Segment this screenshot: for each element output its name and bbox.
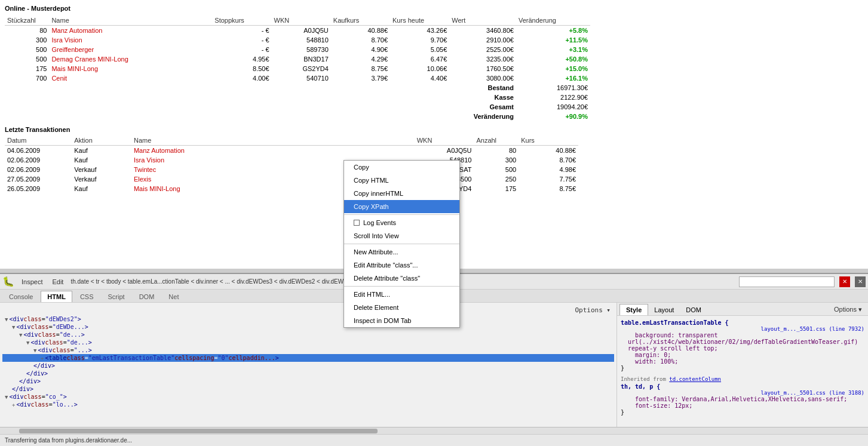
col-wert: Wert xyxy=(449,16,516,26)
summary-row: Bestand 16971.30€ xyxy=(5,83,590,93)
trans-datum: 04.06.2009 xyxy=(5,146,72,156)
table-row: 500 Demag Cranes MINI-Long 4.95€ BN3D17 … xyxy=(5,54,590,64)
menu-separator xyxy=(344,244,459,244)
summary-label: Bestand xyxy=(449,83,516,93)
trans-link[interactable]: Manz Automation xyxy=(134,147,185,154)
cell-name: Greiffenberger xyxy=(49,45,212,54)
stock-link[interactable]: Demag Cranes MINI-Long xyxy=(51,56,128,63)
cell-veraenderung: +16.1% xyxy=(516,73,590,83)
trans-col-datum: Datum xyxy=(5,136,72,146)
menu-item-label: Edit Attribute "class"... xyxy=(354,262,418,269)
cell-stoppkurs: 8.50€ xyxy=(212,64,271,73)
context-menu-item[interactable]: Edit Attribute "class"... xyxy=(344,259,459,269)
portfolio-title: Online - Musterdepot xyxy=(5,5,863,12)
menu-item-label: Log Events xyxy=(363,219,396,226)
context-menu-item[interactable]: Copy innerHTML xyxy=(344,187,459,200)
cell-kaufkurs: 4.90€ xyxy=(331,45,390,54)
stock-link[interactable]: Manz Automation xyxy=(51,27,102,34)
cell-kurs-heute: 4.40€ xyxy=(390,73,449,83)
table-row: 02.06.2009 Kauf Isra Vision 548810 300 8… xyxy=(5,155,578,165)
trans-link[interactable]: Isra Vision xyxy=(134,156,164,164)
table-row: 80 Manz Automation - € A0JQ5U 40.88€ 43.… xyxy=(5,26,590,36)
trans-aktion: Kauf xyxy=(72,155,131,165)
col-wkn: WKN xyxy=(272,16,331,26)
table-row: 04.06.2009 Kauf Manz Automation A0JQ5U 8… xyxy=(5,146,578,156)
trans-col-wkn: WKN xyxy=(415,136,474,146)
cell-kaufkurs: 3.79€ xyxy=(331,73,390,83)
cell-wkn: BN3D17 xyxy=(272,54,331,64)
trans-aktion: Verkauf xyxy=(72,174,131,184)
trans-datum: 26.05.2009 xyxy=(5,184,72,193)
cell-veraenderung: +15.0% xyxy=(516,64,590,73)
stock-link[interactable]: Isra Vision xyxy=(51,36,82,44)
stock-link[interactable]: Cenit xyxy=(51,75,67,82)
cell-wkn: 589730 xyxy=(272,45,331,54)
cell-veraenderung: +5.8% xyxy=(516,26,590,36)
menu-item-label: Copy HTML xyxy=(354,177,389,184)
trans-anzahl: 80 xyxy=(474,146,519,156)
cell-wkn: 540710 xyxy=(272,73,331,83)
menu-item-label: Copy XPath xyxy=(354,203,389,210)
trans-kurs: 7.75€ xyxy=(519,174,578,184)
portfolio-table: Stückzahl Name Stoppkurs WKN Kaufkurs Ku… xyxy=(5,16,590,121)
summary-label: Kasse xyxy=(449,93,516,102)
trans-col-empty xyxy=(265,136,414,146)
context-menu-item[interactable]: Log Events xyxy=(344,216,459,229)
context-menu-item[interactable]: Copy xyxy=(344,161,459,174)
cell-wert: 3080.00€ xyxy=(449,73,516,83)
trans-link[interactable]: Twintec xyxy=(134,166,156,173)
trans-anzahl: 500 xyxy=(474,165,519,174)
trans-col-kurs: Kurs xyxy=(519,136,578,146)
trans-kurs: 8.70€ xyxy=(519,155,578,165)
trans-link[interactable]: Mais MINI-Long xyxy=(134,185,180,192)
cell-wert: 3235.00€ xyxy=(449,54,516,64)
menu-item-label: New Attribute... xyxy=(354,248,398,256)
cell-name: Manz Automation xyxy=(49,26,212,36)
trans-datum: 02.06.2009 xyxy=(5,165,72,174)
trans-link[interactable]: Elexis xyxy=(134,176,151,183)
stock-link[interactable]: Greiffenberger xyxy=(51,46,94,53)
transactions-table: Datum Aktion Name WKN Anzahl Kurs 04.06.… xyxy=(5,136,578,193)
trans-aktion: Kauf xyxy=(72,146,131,156)
trans-datum: 02.06.2009 xyxy=(5,155,72,165)
context-menu-item[interactable]: Copy XPath xyxy=(344,200,459,213)
table-row: 26.05.2009 Kauf Mais MINI-Long GS2YD4 17… xyxy=(5,184,578,193)
trans-name: Manz Automation xyxy=(131,146,265,156)
stock-link[interactable]: Mais MINI-Long xyxy=(51,65,98,72)
cell-kaufkurs: 40.88€ xyxy=(331,26,390,36)
trans-name: Twintec xyxy=(131,165,265,174)
cell-stueck: 175 xyxy=(5,64,49,73)
trans-kurs: 8.75€ xyxy=(519,184,578,193)
transactions-title: Letzte Transaktionen xyxy=(5,126,863,133)
cell-stueck: 80 xyxy=(5,26,49,36)
col-kurs-heute: Kurs heute xyxy=(390,16,449,26)
cell-stoppkurs: - € xyxy=(212,35,271,45)
summary-value: 19094.20€ xyxy=(516,102,590,112)
col-name: Name xyxy=(49,16,212,26)
col-stueck: Stückzahl xyxy=(5,16,49,26)
cell-kurs-heute: 5.05€ xyxy=(390,45,449,54)
menu-item-label: Scroll Into View xyxy=(354,232,399,239)
cell-wkn: 548810 xyxy=(272,35,331,45)
trans-aktion: Verkauf xyxy=(72,165,131,174)
context-menu-item[interactable]: Scroll Into View xyxy=(344,229,459,242)
cell-stoppkurs: - € xyxy=(212,26,271,36)
col-stoppkurs: Stoppkurs xyxy=(212,16,271,26)
cell-name: Demag Cranes MINI-Long xyxy=(49,54,212,64)
cell-name: Isra Vision xyxy=(49,35,212,45)
summary-row: Veränderung +90.9% xyxy=(5,112,590,121)
context-menu-item[interactable]: New Attribute... xyxy=(344,245,459,259)
trans-anzahl: 250 xyxy=(474,174,519,184)
trans-empty xyxy=(265,146,414,156)
cell-kurs-heute: 6.47€ xyxy=(390,54,449,64)
trans-kurs: 40.88€ xyxy=(519,146,578,156)
cell-wert: 2525.00€ xyxy=(449,45,516,54)
cell-kaufkurs: 8.70€ xyxy=(331,35,390,45)
cell-wert: 1760.50€ xyxy=(449,64,516,73)
cell-stoppkurs: - € xyxy=(212,45,271,54)
context-menu-item[interactable]: Copy HTML xyxy=(344,174,459,187)
col-kaufkurs: Kaufkurs xyxy=(331,16,390,26)
table-row: 300 Isra Vision - € 548810 8.70€ 9.70€ 2… xyxy=(5,35,590,45)
summary-row: Kasse 2122.90€ xyxy=(5,93,590,102)
trans-name: Mais MINI-Long xyxy=(131,184,265,193)
